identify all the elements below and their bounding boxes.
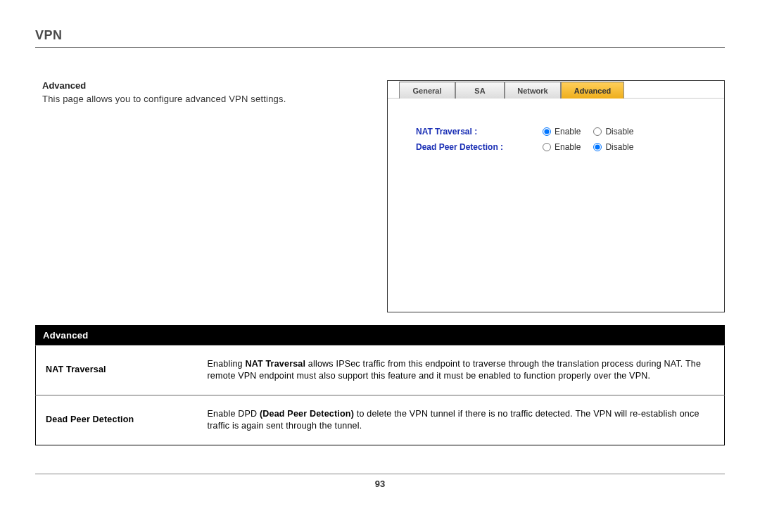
term-nat: NAT Traversal (36, 346, 198, 395)
radio-nat-enable-label: Enable (555, 127, 581, 137)
radio-nat-enable[interactable] (543, 127, 551, 136)
radio-dpd-disable[interactable] (593, 143, 602, 151)
definitions-header-row: Advanced (36, 326, 725, 346)
radio-nat-disable-wrap[interactable]: Disable (593, 127, 633, 137)
tab-network[interactable]: Network (505, 82, 561, 99)
section-heading: Advanced (42, 80, 373, 91)
radio-nat-enable-wrap[interactable]: Enable (543, 127, 581, 137)
tab-advanced[interactable]: Advanced (561, 82, 624, 99)
radio-nat-disable-label: Disable (605, 127, 633, 137)
tab-bar: General SA Network Advanced (388, 81, 724, 99)
definition-row-dpd: Dead Peer Detection Enable DPD (Dead Pee… (36, 395, 725, 445)
desc-dpd-pre: Enable DPD (208, 409, 260, 419)
desc-nat-bold: NAT Traversal (245, 359, 305, 369)
tab-general[interactable]: General (399, 82, 455, 99)
definitions-table: Advanced NAT Traversal Enabling NAT Trav… (35, 325, 725, 445)
radio-dpd-enable-wrap[interactable]: Enable (543, 142, 581, 152)
tab-sa[interactable]: SA (455, 82, 505, 99)
definitions-header: Advanced (36, 326, 725, 346)
page-number: 93 (35, 479, 725, 489)
desc-nat: Enabling NAT Traversal allows IPSec traf… (198, 346, 725, 395)
radio-dpd-disable-label: Disable (605, 142, 633, 152)
row-dead-peer: Dead Peer Detection : Enable Disable (416, 142, 706, 152)
radio-nat-disable[interactable] (593, 127, 602, 136)
term-dpd: Dead Peer Detection (36, 395, 198, 445)
label-dead-peer: Dead Peer Detection : (416, 142, 543, 152)
radio-dpd-enable-label: Enable (555, 142, 581, 152)
desc-dpd: Enable DPD (Dead Peer Detection) to dele… (198, 395, 725, 445)
radio-dpd-disable-wrap[interactable]: Disable (593, 142, 633, 152)
settings-panel: General SA Network Advanced NAT Traversa… (387, 80, 725, 312)
definition-row-nat: NAT Traversal Enabling NAT Traversal all… (36, 346, 725, 395)
page-title: VPN (35, 28, 725, 43)
desc-dpd-bold: (Dead Peer Detection) (260, 409, 354, 419)
title-divider (35, 47, 725, 48)
radio-dpd-enable[interactable] (543, 143, 551, 151)
desc-nat-pre: Enabling (208, 359, 246, 369)
row-nat-traversal: NAT Traversal : Enable Disable (416, 127, 706, 137)
label-nat-traversal: NAT Traversal : (416, 127, 543, 137)
section-description: This page allows you to configure advanc… (42, 94, 373, 104)
footer-divider (35, 474, 725, 474)
